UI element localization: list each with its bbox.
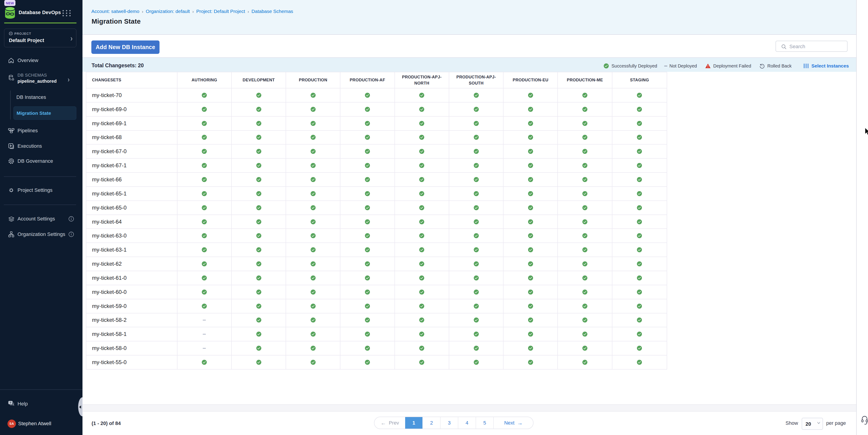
svg-text:?: ? bbox=[10, 401, 11, 404]
